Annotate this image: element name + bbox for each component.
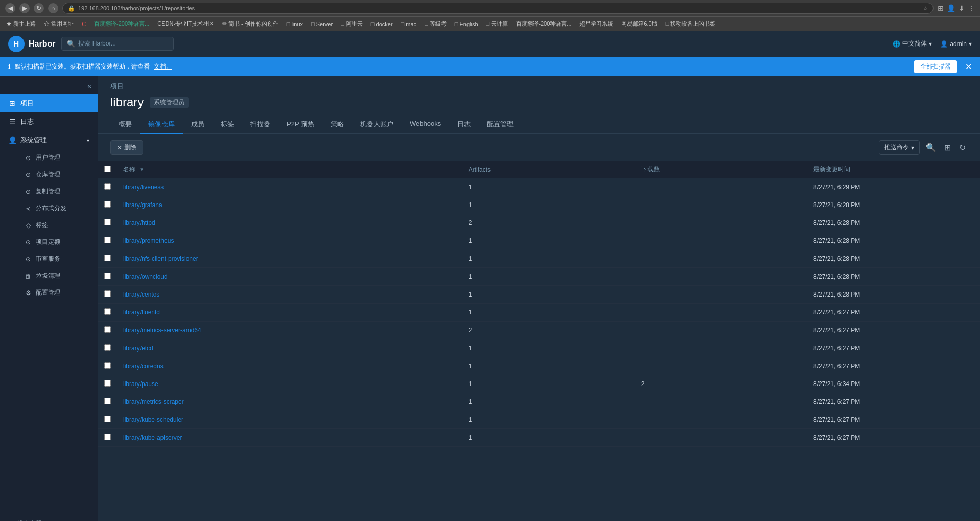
name-column-header[interactable]: 名称 ▼ (117, 161, 462, 178)
repo-name-link-5[interactable]: library/owncloud (123, 273, 168, 280)
breadcrumb-link[interactable]: 项目 (110, 82, 124, 90)
row-checkbox-1[interactable] (104, 201, 111, 208)
sidebar-item-projects[interactable]: ⊞ 项目 (0, 94, 98, 112)
repo-name-link-14[interactable]: library/kube-apiserver (123, 434, 182, 441)
repo-name-link-1[interactable]: library/grafana (123, 201, 162, 209)
address-bar[interactable]: 🔒 192.168.200.103/harbor/projects/1/repo… (62, 3, 934, 14)
repo-name-link-7[interactable]: library/fluentd (123, 309, 160, 316)
menu-icon[interactable]: ⋮ (968, 4, 975, 12)
repo-name-link-0[interactable]: library/liveness (123, 184, 164, 191)
forward-button[interactable]: ▶ (19, 3, 30, 13)
row-downloads-cell-8 (635, 322, 807, 339)
full-scan-button[interactable]: 全部扫描器 (914, 60, 957, 73)
bookmark-xinshoushanglu[interactable]: ★ 新手上路 (3, 19, 39, 29)
sidebar-item-audit[interactable]: ⊙ 审查服务 (16, 251, 98, 267)
repo-name-link-8[interactable]: library/metrics-server-amd64 (123, 327, 201, 334)
tab-webhooks[interactable]: Webhooks (402, 116, 449, 134)
tab-logs[interactable]: 日志 (449, 116, 479, 134)
row-checkbox-11[interactable] (104, 380, 111, 387)
bookmark-csdn2[interactable]: CSDN-专业IT技术社区 (154, 19, 217, 29)
repo-name-link-10[interactable]: library/coredns (123, 363, 164, 370)
row-checkbox-0[interactable] (104, 183, 111, 190)
sidebar-item-logs[interactable]: ☰ 日志 (0, 112, 98, 131)
row-checkbox-2[interactable] (104, 219, 111, 225)
repo-name-link-4[interactable]: library/nfs-client-provisioner (123, 255, 198, 262)
home-button[interactable]: ⌂ (48, 3, 58, 13)
row-checkbox-10[interactable] (104, 362, 111, 369)
bookmark-changyongwangzhi[interactable]: ☆ 常用网址 (41, 19, 77, 29)
sidebar-collapse-button[interactable]: « (0, 80, 98, 94)
select-all-checkbox[interactable] (104, 166, 111, 172)
artifacts-column-header: Artifacts (462, 161, 635, 178)
delete-button[interactable]: ✕ 删除 (110, 140, 143, 155)
sidebar-item-distribution[interactable]: ≺ 分布式分发 (16, 200, 98, 217)
repo-name-link-12[interactable]: library/metrics-scraper (123, 398, 184, 405)
sidebar-footer-theme[interactable]: ✦ 浅色主题 (8, 517, 89, 521)
download-icon[interactable]: ⬇ (959, 4, 965, 12)
bookmark-docker[interactable]: □ docker (368, 20, 396, 28)
row-checkbox-12[interactable] (104, 398, 111, 404)
repo-name-link-11[interactable]: library/pause (123, 380, 158, 388)
bookmark-aliyun[interactable]: □ 阿里云 (338, 19, 366, 29)
bookmark-163mail[interactable]: 网易邮箱6.0版 (618, 19, 660, 29)
bookmark-baidu-translate1[interactable]: 百度翻译-200种语言... (91, 19, 152, 29)
tab-config-mgmt[interactable]: 配置管理 (479, 116, 522, 134)
row-checkbox-3[interactable] (104, 237, 111, 243)
tab-labels[interactable]: 标签 (213, 116, 242, 134)
tab-overview[interactable]: 概要 (110, 116, 140, 134)
repo-name-link-9[interactable]: library/etcd (123, 345, 153, 352)
repo-name-link-13[interactable]: library/kube-scheduler (123, 416, 183, 423)
bookmark-english[interactable]: □ English (452, 20, 481, 28)
notification-link[interactable]: 文档。 (154, 62, 172, 71)
tab-members[interactable]: 成员 (183, 116, 213, 134)
tab-p2p[interactable]: P2P 预热 (278, 116, 322, 134)
push-command-button[interactable]: 推送命令 ▾ (879, 140, 920, 155)
bookmark-server[interactable]: □ Server (308, 20, 336, 28)
notification-close-icon[interactable]: ✕ (965, 62, 972, 72)
sidebar-item-config[interactable]: ⚙ 配置管理 (16, 284, 98, 301)
row-checkbox-8[interactable] (104, 326, 111, 333)
refresh-button[interactable]: ↻ (957, 141, 968, 154)
row-checkbox-6[interactable] (104, 290, 111, 297)
sidebar-item-admin[interactable]: 👤 系统管理 ▾ (0, 131, 98, 149)
sidebar-item-tags[interactable]: ◇ 标签 (16, 217, 98, 234)
tab-repositories[interactable]: 镜像仓库 (140, 116, 183, 134)
harbor-logo[interactable]: H Harbor (8, 36, 55, 52)
repo-name-link-3[interactable]: library/prometheus (123, 237, 174, 244)
tab-policy[interactable]: 策略 (322, 116, 352, 134)
bookmark-dengji[interactable]: □ 等级考 (422, 19, 450, 29)
sidebar-item-repo-mgmt[interactable]: ⊙ 仓库管理 (16, 166, 98, 183)
repo-name-link-2[interactable]: library/httpd (123, 219, 155, 226)
back-button[interactable]: ◀ (5, 3, 15, 13)
row-checkbox-5[interactable] (104, 273, 111, 279)
filter-button[interactable]: ⊞ (942, 141, 953, 154)
bookmark-cloud[interactable]: □ 云计算 (483, 19, 511, 29)
tab-robot[interactable]: 机器人账户 (352, 116, 402, 134)
row-artifacts-cell-6: 1 (462, 286, 635, 304)
search-button[interactable]: 🔍 (924, 141, 938, 154)
bookmark-baidu-translate2[interactable]: 百度翻译-200种语言... (513, 19, 574, 29)
row-checkbox-14[interactable] (104, 434, 111, 440)
bookmark-mac[interactable]: □ mac (398, 20, 419, 28)
bookmark-jianshu[interactable]: ✏ 简书 - 创作你的创作 (219, 19, 282, 29)
tab-scanner[interactable]: 扫描器 (242, 116, 278, 134)
refresh-button[interactable]: ↻ (34, 3, 44, 13)
sidebar-item-user-mgmt[interactable]: ⊙ 用户管理 (16, 149, 98, 166)
bookmark-csdn1[interactable]: C (79, 20, 89, 28)
row-checkbox-7[interactable] (104, 308, 111, 315)
language-selector[interactable]: 🌐 中文简体 ▾ (893, 39, 932, 48)
extensions-icon[interactable]: ⊞ (938, 4, 944, 12)
user-menu[interactable]: 👤 admin ▾ (940, 40, 972, 48)
sidebar-item-replication[interactable]: ⊙ 复制管理 (16, 183, 98, 200)
row-checkbox-13[interactable] (104, 416, 111, 422)
bookmark-mobile[interactable]: □ 移动设备上的书签 (663, 19, 719, 29)
row-checkbox-9[interactable] (104, 344, 111, 351)
search-bar[interactable]: 🔍 搜索 Harbor... (61, 37, 174, 51)
row-checkbox-4[interactable] (104, 255, 111, 261)
sidebar-item-gc[interactable]: 🗑 垃圾清理 (16, 267, 98, 284)
repo-name-link-6[interactable]: library/centos (123, 291, 159, 298)
bookmark-chaoxing[interactable]: 超星学习系统 (576, 19, 616, 29)
sidebar-item-project-quota[interactable]: ⊙ 项目定额 (16, 234, 98, 251)
bookmark-linux[interactable]: □ linux (284, 20, 306, 28)
profile-icon[interactable]: 👤 (947, 4, 955, 12)
